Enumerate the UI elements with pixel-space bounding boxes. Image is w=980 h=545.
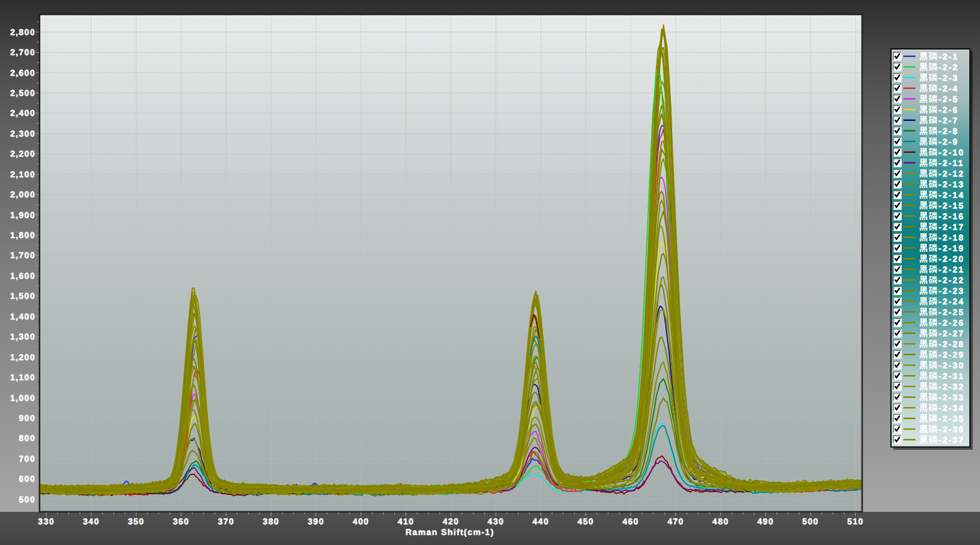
svg-text:-2-36: -2-36 [939,425,965,434]
svg-text:360: 360 [173,517,189,526]
svg-text:1,200: 1,200 [10,353,35,362]
svg-text:410: 410 [398,517,414,526]
svg-text:2,300: 2,300 [10,129,35,138]
svg-text:-2-15: -2-15 [939,201,965,210]
svg-text:-2-1: -2-1 [939,52,959,61]
svg-text:-2-3: -2-3 [939,73,959,83]
svg-text:2,200: 2,200 [10,149,35,158]
svg-text:2,000: 2,000 [10,190,35,199]
svg-text:350: 350 [128,517,144,526]
svg-text:-2-8: -2-8 [939,127,959,136]
svg-text:-2-14: -2-14 [939,190,965,200]
svg-text:900: 900 [19,413,35,423]
svg-text:-2-5: -2-5 [939,95,959,104]
svg-text:-2-20: -2-20 [939,254,965,264]
svg-text:-2-19: -2-19 [939,244,965,253]
svg-text:330: 330 [38,517,55,526]
svg-text:-2-22: -2-22 [939,276,965,285]
svg-text:1,700: 1,700 [10,251,35,260]
svg-text:-2-12: -2-12 [939,169,965,179]
svg-text:-2-9: -2-9 [939,137,959,147]
svg-text:2,700: 2,700 [10,48,35,57]
svg-text:370: 370 [218,517,234,526]
svg-text:-2-28: -2-28 [939,340,965,349]
svg-text:1,400: 1,400 [10,312,35,321]
svg-text:-2-2: -2-2 [939,63,959,72]
svg-text:-2-21: -2-21 [939,265,965,274]
svg-text:-2-26: -2-26 [939,318,965,328]
svg-text:-2-4: -2-4 [939,84,959,93]
svg-text:-2-31: -2-31 [939,371,965,381]
svg-text:390: 390 [308,517,324,526]
svg-text:1,300: 1,300 [10,332,35,341]
svg-text:340: 340 [83,517,99,526]
svg-text:700: 700 [19,454,35,464]
svg-text:-2-34: -2-34 [939,403,965,413]
svg-text:-2-17: -2-17 [939,222,965,232]
svg-text:460: 460 [623,517,639,526]
svg-text:800: 800 [19,433,35,443]
svg-text:-2-7: -2-7 [939,116,959,125]
svg-text:420: 420 [443,517,459,526]
svg-text:440: 440 [532,517,549,526]
svg-text:Raman Shift(cm-1): Raman Shift(cm-1) [406,527,494,537]
svg-text:-2-11: -2-11 [939,158,964,168]
svg-text:430: 430 [488,517,504,526]
svg-text:500: 500 [802,517,818,526]
svg-text:490: 490 [757,517,774,526]
svg-text:450: 450 [577,517,594,526]
svg-text:470: 470 [667,517,683,526]
svg-text:-2-27: -2-27 [939,329,965,338]
svg-text:2,500: 2,500 [10,88,35,98]
svg-text:2,600: 2,600 [10,68,35,78]
svg-text:1,600: 1,600 [10,271,35,281]
svg-text:1,000: 1,000 [10,393,35,403]
svg-text:-2-32: -2-32 [939,382,965,392]
svg-text:2,400: 2,400 [10,108,35,118]
svg-text:600: 600 [19,474,35,484]
svg-text:1,100: 1,100 [10,373,35,382]
svg-text:510: 510 [847,517,863,526]
svg-text:-2-33: -2-33 [939,393,965,402]
svg-text:-2-35: -2-35 [939,414,965,423]
svg-text:1,500: 1,500 [10,291,35,301]
svg-text:500: 500 [19,495,35,504]
svg-text:-2-10: -2-10 [939,148,965,157]
svg-text:2,100: 2,100 [10,170,35,179]
svg-text:-2-13: -2-13 [939,180,965,189]
svg-text:-2-6: -2-6 [939,105,959,115]
svg-text:380: 380 [263,517,279,526]
svg-text:1,800: 1,800 [10,231,35,240]
svg-text:-2-24: -2-24 [939,297,965,306]
svg-text:-2-30: -2-30 [939,361,965,370]
svg-text:1,900: 1,900 [10,210,35,220]
svg-text:2,800: 2,800 [10,28,35,37]
svg-text:-2-23: -2-23 [939,286,965,296]
svg-text:480: 480 [712,517,729,526]
svg-text:-2-37: -2-37 [939,435,965,445]
svg-text:-2-29: -2-29 [939,350,965,360]
svg-text:-2-18: -2-18 [939,233,965,242]
svg-text:-2-25: -2-25 [939,308,965,317]
svg-text:-2-16: -2-16 [939,212,965,221]
svg-text:400: 400 [352,517,369,526]
